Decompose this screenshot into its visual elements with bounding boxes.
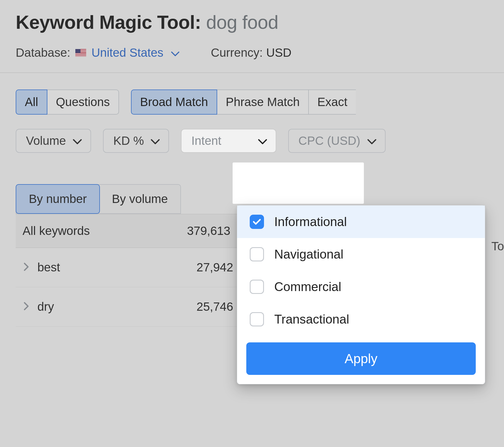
chevron-down-icon [258,134,267,148]
intent-option-label: Navigational [274,247,343,261]
intent-option-transactional[interactable]: Transactional [237,303,485,336]
filter-volume[interactable]: Volume [16,129,91,153]
currency-display: Currency: USD [211,46,292,60]
filter-cpc-label: CPC (USD) [299,134,360,148]
chevron-down-icon [171,46,180,60]
page-title-query: dog food [206,11,278,33]
page-title-row: Keyword Magic Tool: dog food [16,11,488,33]
keyword-all-row[interactable]: All keywords 379,613 [16,214,238,248]
database-value: United States [91,46,163,60]
intent-dropdown: Informational Navigational Commercial Tr… [237,205,485,384]
chevron-right-icon [24,302,29,312]
tab-exact-match[interactable]: Exact [309,90,356,115]
checkbox-unchecked-icon [250,280,264,294]
checkbox-checked-icon [250,215,264,229]
chevron-right-icon [24,263,29,272]
tab-phrase-match[interactable]: Phrase Match [217,90,309,115]
filter-volume-label: Volume [26,134,66,148]
intent-option-commercial[interactable]: Commercial [237,271,485,303]
checkbox-unchecked-icon [250,247,264,261]
sort-by-volume[interactable]: By volume [99,185,180,213]
us-flag-icon [75,49,86,56]
filters-row: Volume KD % Intent CPC (USD) [0,123,504,164]
keyword-group-name: dry [37,300,54,314]
intent-option-informational[interactable]: Informational [237,206,485,238]
sort-tabs: By number By volume [16,184,181,214]
database-label: Database: [16,46,70,60]
tab-broad-match[interactable]: Broad Match [131,90,217,115]
chevron-down-icon [367,134,376,148]
page-title: Keyword Magic Tool: [16,11,201,33]
filter-kd[interactable]: KD % [103,129,169,153]
filter-intent-label: Intent [191,134,221,148]
intent-option-label: Commercial [274,280,341,294]
keyword-group-list: All keywords 379,613 best 27,942 dry 25,… [16,214,238,327]
keyword-all-label: All keywords [23,224,90,238]
filter-cpc[interactable]: CPC (USD) [288,129,386,153]
keyword-group-row[interactable]: best 27,942 [16,248,238,287]
keyword-group-row[interactable]: dry 25,746 [16,287,238,327]
keyword-group-count: 27,942 [197,261,233,274]
keyword-type-toolbar: All Questions Broad Match Phrase Match E… [0,73,504,123]
keyword-group-count: 25,746 [197,300,233,314]
checkbox-unchecked-icon [250,312,264,326]
tab-questions[interactable]: Questions [47,90,119,115]
page-header: Keyword Magic Tool: dog food Database: U… [0,0,504,72]
chevron-down-icon [151,134,160,148]
chevron-down-icon [73,134,82,148]
database-selector[interactable]: Database: United States [16,46,180,60]
keyword-group-name: best [37,261,60,274]
currency-label: Currency: [211,46,263,60]
filter-intent[interactable]: Intent [181,129,276,153]
apply-button[interactable]: Apply [246,342,476,375]
intent-option-label: Transactional [274,312,349,326]
intent-option-label: Informational [274,215,347,229]
meta-row: Database: United States Currency: USD [16,46,488,60]
truncated-text: To [491,239,504,253]
tab-all[interactable]: All [16,90,47,115]
keyword-type-group: All Questions [16,90,119,115]
sort-by-number[interactable]: By number [16,184,100,214]
currency-value: USD [266,46,292,60]
match-type-group: Broad Match Phrase Match Exact [131,90,356,115]
keyword-all-count: 379,613 [187,224,230,238]
filter-kd-label: KD % [113,134,144,148]
intent-option-navigational[interactable]: Navigational [237,238,485,271]
